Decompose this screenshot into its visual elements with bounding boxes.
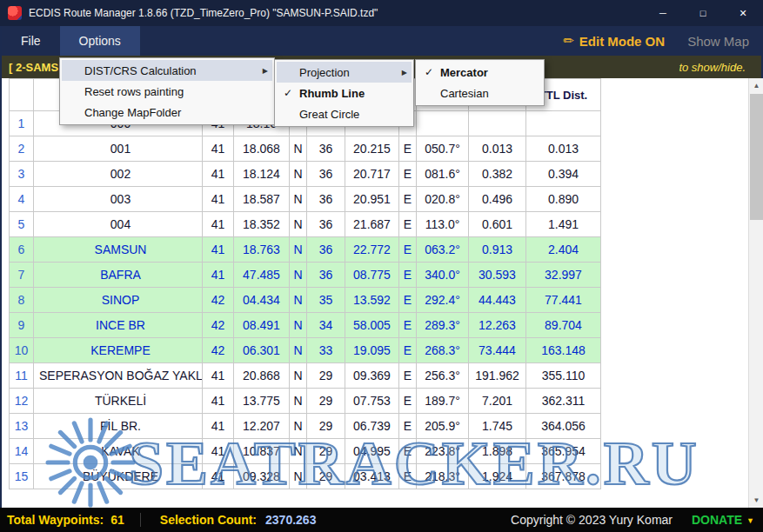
cell-lat_hem[interactable]: N (290, 288, 307, 313)
cell-name[interactable]: 004 (34, 212, 203, 237)
cell-ttl[interactable]: 0.394 (526, 162, 601, 187)
cell-crs[interactable]: 189.7° (417, 389, 469, 414)
cell-lon_deg[interactable]: 29 (307, 439, 345, 464)
cell-lat_hem[interactable]: N (290, 464, 307, 489)
scroll-down-icon[interactable]: ▼ (749, 493, 763, 508)
cell-lon_min[interactable]: 20.215 (345, 136, 399, 162)
scroll-up-icon[interactable]: ▲ (749, 78, 763, 93)
table-row[interactable]: 20014118.068N3620.215E050.7°0.0130.013 (10, 136, 601, 162)
cell-lon_min[interactable]: 09.369 (345, 363, 399, 389)
table-row[interactable]: 10KEREMPE4206.301N3319.095E268.3°73.4441… (10, 338, 601, 363)
cell-lon_hem[interactable]: E (399, 464, 417, 489)
cell-name[interactable]: SAMSUN (34, 237, 203, 263)
cell-lat_min[interactable]: 06.301 (234, 338, 290, 363)
cell-lon_hem[interactable]: E (399, 237, 417, 263)
cell-dist[interactable]: 30.593 (469, 263, 526, 288)
edit-mode-toggle[interactable]: Edit Mode ON (579, 34, 665, 49)
cell-lat_deg[interactable]: 42 (203, 338, 234, 363)
cell-num[interactable]: 15 (10, 464, 34, 489)
cell-num[interactable]: 7 (10, 263, 34, 288)
cell-lon_min[interactable]: 06.739 (345, 414, 399, 439)
cell-lat_min[interactable]: 20.868 (234, 363, 290, 389)
cell-lat_min[interactable]: 12.207 (234, 414, 290, 439)
cell-crs[interactable] (417, 111, 469, 136)
cell-lon_hem[interactable]: E (399, 136, 417, 162)
table-row[interactable]: 6SAMSUN4118.763N3622.772E063.2°0.9132.40… (10, 237, 601, 263)
cell-name[interactable]: 001 (34, 136, 203, 162)
cell-num[interactable]: 11 (10, 363, 34, 389)
cell-name[interactable]: INCE BR (34, 313, 203, 338)
table-row[interactable]: 9INCE BR4208.491N3458.005E289.3°12.26389… (10, 313, 601, 338)
cell-lon_min[interactable]: 20.717 (345, 162, 399, 187)
cell-ttl[interactable] (526, 111, 601, 136)
cell-lon_hem[interactable]: E (399, 212, 417, 237)
cell-num[interactable]: 6 (10, 237, 34, 263)
cell-num[interactable]: 3 (10, 162, 34, 187)
cell-name[interactable]: FİL BR. (34, 414, 203, 439)
cell-lon_deg[interactable]: 36 (307, 263, 345, 288)
cell-lat_min[interactable]: 10.837 (234, 439, 290, 464)
cell-lon_deg[interactable]: 35 (307, 288, 345, 313)
projection-item-mercator[interactable]: ✓Mercator (418, 62, 542, 83)
distcrs-item-projection[interactable]: Projection▶ (277, 62, 412, 83)
cell-crs[interactable]: 289.3° (417, 313, 469, 338)
cell-crs[interactable]: 223.8° (417, 439, 469, 464)
cell-lat_min[interactable]: 47.485 (234, 263, 290, 288)
options-menu-item-dist-crs-calculation[interactable]: DIST/CRS Calculation▶ (62, 60, 272, 81)
cell-crs[interactable]: 063.2° (417, 237, 469, 263)
cell-lon_min[interactable]: 21.687 (345, 212, 399, 237)
cell-lat_hem[interactable]: N (290, 389, 307, 414)
cell-lon_min[interactable]: 20.951 (345, 187, 399, 212)
cell-ttl[interactable]: 0.013 (526, 136, 601, 162)
table-row[interactable]: 8SINOP4204.434N3513.592E292.4°44.44377.4… (10, 288, 601, 313)
cell-crs[interactable]: 268.3° (417, 338, 469, 363)
cell-name[interactable]: KEREMPE (34, 338, 203, 363)
cell-num[interactable]: 4 (10, 187, 34, 212)
cell-lat_hem[interactable]: N (290, 363, 307, 389)
cell-dist[interactable]: 1.924 (469, 464, 526, 489)
cell-lon_deg[interactable]: 34 (307, 313, 345, 338)
cell-lat_min[interactable]: 18.068 (234, 136, 290, 162)
cell-lon_min[interactable]: 13.592 (345, 288, 399, 313)
cell-lat_hem[interactable]: N (290, 237, 307, 263)
cell-dist[interactable]: 73.444 (469, 338, 526, 363)
table-row[interactable]: 15BÜYÜKDERE4109.328N2903.413E218.3°1.924… (10, 464, 601, 489)
cell-crs[interactable]: 081.6° (417, 162, 469, 187)
close-button[interactable]: ✕ (723, 0, 763, 26)
cell-lat_deg[interactable]: 41 (203, 162, 234, 187)
cell-lat_deg[interactable]: 41 (203, 136, 234, 162)
cell-crs[interactable]: 256.3° (417, 363, 469, 389)
cell-lat_hem[interactable]: N (290, 162, 307, 187)
cell-num[interactable]: 8 (10, 288, 34, 313)
cell-num[interactable]: 1 (10, 111, 34, 136)
cell-ttl[interactable]: 362.311 (526, 389, 601, 414)
cell-dist[interactable]: 0.601 (469, 212, 526, 237)
cell-lon_min[interactable]: 03.413 (345, 464, 399, 489)
menu-file[interactable]: File (2, 26, 60, 56)
cell-lat_deg[interactable]: 41 (203, 212, 234, 237)
cell-name[interactable]: 002 (34, 162, 203, 187)
distcrs-item-great-circle[interactable]: Great Circle (277, 103, 412, 124)
table-row[interactable]: 50044118.352N3621.687E113.0°0.6011.491 (10, 212, 601, 237)
cell-num[interactable]: 2 (10, 136, 34, 162)
cell-lon_min[interactable]: 08.775 (345, 263, 399, 288)
cell-lat_deg[interactable]: 42 (203, 313, 234, 338)
cell-crs[interactable]: 205.9° (417, 414, 469, 439)
cell-lon_min[interactable]: 19.095 (345, 338, 399, 363)
cell-lon_deg[interactable]: 29 (307, 414, 345, 439)
cell-num[interactable]: 14 (10, 439, 34, 464)
cell-lat_hem[interactable]: N (290, 212, 307, 237)
cell-lat_deg[interactable]: 41 (203, 414, 234, 439)
donate-button[interactable]: DONATE (692, 513, 742, 527)
cell-lon_hem[interactable]: E (399, 389, 417, 414)
cell-lon_min[interactable]: 58.005 (345, 313, 399, 338)
cell-lon_hem[interactable]: E (399, 313, 417, 338)
show-map-button[interactable]: Show Map (687, 34, 749, 49)
table-row[interactable]: 13FİL BR.4112.207N2906.739E205.9°1.74536… (10, 414, 601, 439)
cell-ttl[interactable]: 364.056 (526, 414, 601, 439)
cell-lat_hem[interactable]: N (290, 414, 307, 439)
cell-lon_hem[interactable]: E (399, 363, 417, 389)
cell-lon_deg[interactable]: 36 (307, 162, 345, 187)
cell-dist[interactable]: 0.013 (469, 136, 526, 162)
cell-lat_deg[interactable]: 41 (203, 363, 234, 389)
